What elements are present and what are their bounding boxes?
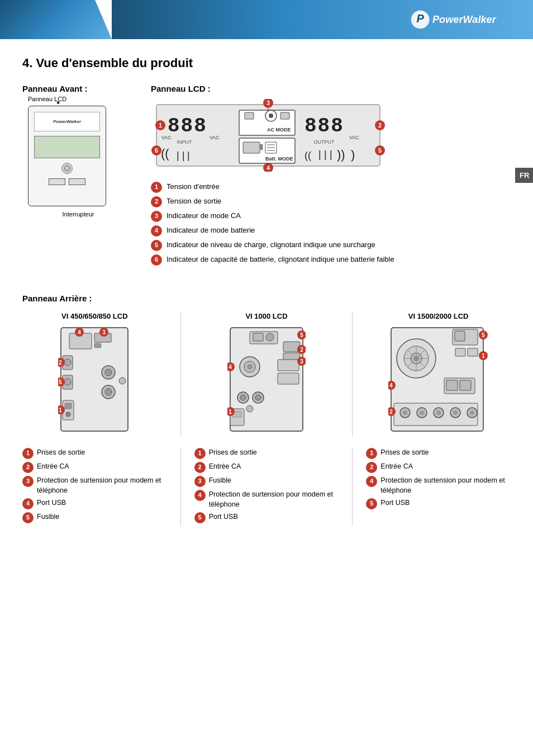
svg-rect-58 <box>65 403 72 409</box>
svg-rect-114 <box>455 348 465 356</box>
svg-rect-84 <box>278 360 299 371</box>
device-port-2 <box>69 178 85 185</box>
rear-desc-col-1000: 1 Prises de sortie 2 Entrée CA 3 Fusible… <box>194 448 339 526</box>
interrupteur-label: Interrupteur <box>22 211 134 218</box>
lcd-text-1: Tension d'entrée <box>166 182 220 192</box>
svg-text:888: 888 <box>168 115 207 138</box>
svg-point-83 <box>248 365 252 369</box>
nc-1500-2: 2 <box>366 462 377 473</box>
svg-point-64 <box>119 377 126 384</box>
lcd-num-1: 1 <box>151 182 162 193</box>
rear-desc-cols: 1 Prises de sortie 2 Entrée CA 3 Protect… <box>22 448 511 526</box>
nc-2: 2 <box>22 462 34 473</box>
svg-rect-23 <box>260 144 263 150</box>
svg-text:|: | <box>187 150 190 161</box>
t1: Prises de sortie <box>37 448 85 458</box>
svg-text:PowerWalker: PowerWalker <box>432 14 497 25</box>
rear-desc-1000-5: 5 Port USB <box>194 512 339 523</box>
t1000-4: Protection de surtension pour modem et t… <box>209 490 339 509</box>
svg-rect-12 <box>280 112 289 119</box>
device-port-1 <box>49 178 65 185</box>
lcd-text-6: Indicateur de capacité de batterie, clig… <box>166 254 394 264</box>
lcd-num-3: 3 <box>151 211 162 222</box>
rear-1500-svg: 5 1 4 2 <box>388 325 489 437</box>
rear-panel-1500: VI 1500/2000 LCD <box>366 312 511 437</box>
lcd-desc-5: 5 Indicateur de niveau de charge, cligno… <box>151 240 511 251</box>
rear-desc-450-5: 5 Fusible <box>22 512 167 523</box>
device-front-drawing: • PowerWalker <box>28 106 106 206</box>
device-lcd-display <box>34 136 100 158</box>
svg-rect-105 <box>455 331 465 341</box>
svg-text:VAC: VAC <box>161 135 172 140</box>
rear-panel-heading: Panneau Arrière : <box>22 294 511 303</box>
device-power-button[interactable] <box>61 163 73 174</box>
svg-text:OUTPUT: OUTPUT <box>314 139 335 145</box>
svg-text:|: | <box>177 150 179 161</box>
t1000-1: Prises de sortie <box>209 448 257 458</box>
lcd-num-5: 5 <box>151 240 162 251</box>
lcd-panel-heading: Panneau LCD : <box>151 84 511 93</box>
rear-panel-450: VI 450/650/850 LCD <box>22 312 167 437</box>
t5: Fusible <box>37 512 59 522</box>
header-left-accent <box>0 0 112 39</box>
svg-text:2: 2 <box>389 409 393 415</box>
lcd-text-2: Tension de sortie <box>166 196 221 206</box>
svg-point-125 <box>436 410 441 415</box>
nc-1000-2: 2 <box>194 462 206 473</box>
lcd-text-4: Indicateur de mode batterie <box>166 225 255 235</box>
t1500-4: Protection de surtension pour modem et t… <box>380 476 511 495</box>
t1000-5: Port USB <box>209 512 238 522</box>
t4: Port USB <box>37 498 66 508</box>
svg-text:5: 5 <box>300 332 303 338</box>
rear-panel-1500-title: VI 1500/2000 LCD <box>408 312 469 320</box>
svg-text:|: | <box>324 149 327 160</box>
svg-point-11 <box>269 114 273 118</box>
svg-point-54 <box>64 359 71 366</box>
svg-rect-118 <box>460 380 471 390</box>
nc-1500-4: 4 <box>366 476 377 487</box>
lcd-diagram-container: 888 VAC VAC INPUT AC MODE 888 VAC OUTPUT <box>151 99 511 174</box>
svg-text:)): )) <box>337 148 345 162</box>
svg-text:((: (( <box>304 150 311 161</box>
nc-3: 3 <box>22 476 34 487</box>
rear-panel-1000: VI 1000 LCD <box>194 312 339 437</box>
lcd-desc-2: 2 Tension de sortie <box>151 196 511 207</box>
page-title: 4. Vue d'ensemble du produit <box>22 56 511 70</box>
header: P PowerWalker <box>0 0 533 39</box>
rear-desc-1500-1: 1 Prises de sortie <box>366 448 511 459</box>
rear-desc-450-1: 1 Prises de sortie <box>22 448 167 459</box>
svg-text:Batt. MODE: Batt. MODE <box>265 156 293 162</box>
t1000-2: Entrée CA <box>209 462 241 472</box>
svg-text:((: (( <box>161 147 169 160</box>
header-right: P PowerWalker <box>112 0 533 39</box>
svg-text:2: 2 <box>378 122 382 129</box>
svg-rect-77 <box>253 333 263 341</box>
top-section: Panneau Avant : Panneau LCD • PowerWalke… <box>22 84 511 277</box>
front-panel-col: Panneau Avant : Panneau LCD • PowerWalke… <box>22 84 134 218</box>
divider-1 <box>180 312 181 437</box>
rear-450-svg: 4 3 2 5 1 <box>58 325 131 437</box>
svg-text:4: 4 <box>78 329 82 336</box>
rear-desc-col-450: 1 Prises de sortie 2 Entrée CA 3 Protect… <box>22 448 167 526</box>
svg-text:1: 1 <box>482 353 485 359</box>
t1500-2: Entrée CA <box>380 462 413 472</box>
svg-text:INPUT: INPUT <box>177 139 193 145</box>
svg-point-89 <box>255 395 261 400</box>
svg-text:3: 3 <box>300 358 303 365</box>
svg-text:3: 3 <box>266 100 270 106</box>
svg-text:VAC: VAC <box>210 135 220 140</box>
svg-rect-115 <box>468 348 478 356</box>
t1000-3: Fusible <box>209 476 231 486</box>
svg-text:2: 2 <box>300 347 303 353</box>
svg-text:4: 4 <box>389 382 393 389</box>
svg-text:|: | <box>182 150 185 161</box>
svg-text:1: 1 <box>229 409 232 415</box>
panneau-lcd-label: Panneau LCD <box>28 96 66 102</box>
svg-point-87 <box>240 395 246 400</box>
powerwalker-logo-svg: P PowerWalker <box>410 8 522 31</box>
rear-desc-1000-2: 2 Entrée CA <box>194 462 339 473</box>
rear-section: Panneau Arrière : VI 450/650/850 LCD <box>22 294 511 526</box>
svg-text:): ) <box>351 148 355 162</box>
lcd-num-2: 2 <box>151 196 162 207</box>
nc-1000-3: 3 <box>194 476 206 487</box>
